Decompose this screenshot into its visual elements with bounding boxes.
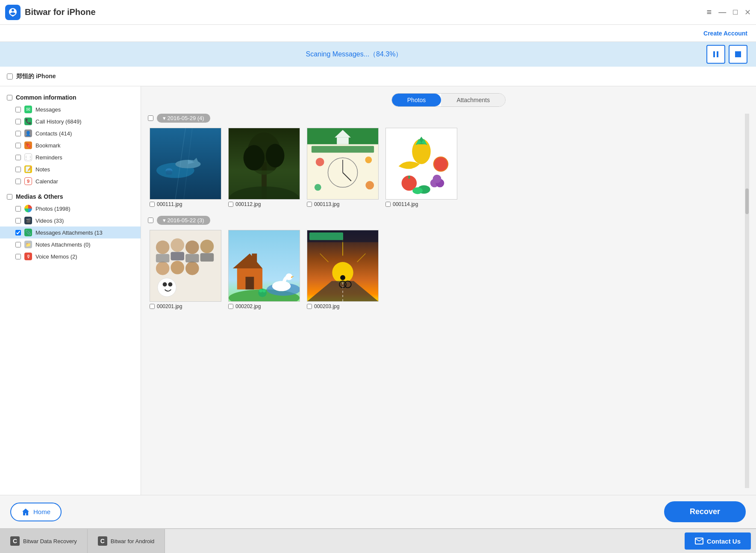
messages-label: Messages <box>35 106 61 113</box>
photo-2-filename: 000112.jpg <box>235 201 261 207</box>
photo-area-wrapper: ▾ 2016-05-29 (4) <box>148 114 749 488</box>
sidebar-item-notes[interactable]: 📝 Notes <box>0 163 141 175</box>
tab-photos[interactable]: Photos <box>392 94 441 106</box>
sidebar-item-calendar[interactable]: 9 Calendar <box>0 175 141 187</box>
voice-memos-label: Voice Memos (2) <box>35 253 77 260</box>
videos-label: Videos (33) <box>35 218 64 224</box>
videos-checkbox[interactable] <box>15 218 21 224</box>
svg-point-50 <box>156 262 170 275</box>
date-group-1: ▾ 2016-05-29 (4) <box>148 114 745 207</box>
sidebar-item-photos[interactable]: Photos (1998) <box>0 203 141 215</box>
photo-3-checkbox[interactable] <box>307 202 312 207</box>
menu-icon[interactable]: ≡ <box>706 7 712 17</box>
svg-rect-65 <box>252 253 257 264</box>
notes-checkbox[interactable] <box>15 167 21 172</box>
photo-item-6: 000202.jpg <box>228 230 300 309</box>
reminders-checkbox[interactable] <box>15 155 21 160</box>
footer-tab-data-recovery[interactable]: C Bitwar Data Recovery <box>0 529 88 553</box>
photos-checkbox[interactable] <box>15 206 21 212</box>
main-content: Common information ✉ Messages 📞 Call His… <box>0 86 756 495</box>
photo-7-filename: 000203.jpg <box>314 303 339 309</box>
sidebar-item-bookmark[interactable]: 🔖 Bookmark <box>0 139 141 151</box>
close-icon[interactable]: ✕ <box>744 8 751 17</box>
call-history-checkbox[interactable] <box>15 119 21 124</box>
sidebar-item-videos[interactable]: 🎬 Videos (33) <box>0 215 141 226</box>
svg-rect-64 <box>246 277 254 290</box>
date-group-2: ▾ 2016-05-22 (3) <box>148 216 745 309</box>
photo-thumb-6 <box>228 230 300 302</box>
photo-item-2: 000112.jpg <box>228 128 300 207</box>
date-group-1-checkbox[interactable] <box>148 115 153 121</box>
call-history-icon: 📞 <box>24 118 32 125</box>
bookmark-checkbox[interactable] <box>15 143 21 148</box>
photo-2-checkbox[interactable] <box>228 202 233 207</box>
photo-5-checkbox[interactable] <box>150 304 155 309</box>
call-history-label: Call History (6849) <box>35 118 82 125</box>
sidebar-item-notes-attachments[interactable]: 📁 Notes Attachments (0) <box>0 238 141 250</box>
photo-label-2: 000112.jpg <box>228 201 261 207</box>
svg-point-46 <box>156 241 170 254</box>
sidebar-section-common: Common information <box>0 91 141 103</box>
device-checkbox[interactable] <box>7 74 13 79</box>
footer-tab-android[interactable]: C Bitwar for Android <box>88 529 165 553</box>
date-group-2-checkbox[interactable] <box>148 218 153 223</box>
contact-us-button[interactable]: Contact Us <box>685 532 751 550</box>
photo-thumb-3 <box>307 128 379 200</box>
android-icon: C <box>98 536 107 546</box>
app-title: Bitwar for iPhone <box>25 7 706 17</box>
calendar-icon: 9 <box>24 177 32 185</box>
medias-section-checkbox[interactable] <box>7 194 12 200</box>
stop-button[interactable] <box>729 45 747 64</box>
recover-button[interactable]: Recover <box>664 501 746 522</box>
scroll-thumb[interactable] <box>745 188 749 214</box>
svg-rect-2 <box>735 51 741 57</box>
svg-point-80 <box>340 275 345 280</box>
photo-6-checkbox[interactable] <box>228 304 233 309</box>
photos-label: Photos (1998) <box>35 206 71 212</box>
create-account-link[interactable]: Create Account <box>703 30 747 37</box>
svg-point-27 <box>316 158 324 166</box>
common-section-label: Common information <box>16 94 76 101</box>
voice-memos-checkbox[interactable] <box>15 254 21 259</box>
photo-thumb-7 <box>307 230 379 302</box>
sidebar-item-voice-memos[interactable]: 🎙 Voice Memos (2) <box>0 250 141 262</box>
sidebar-item-contacts[interactable]: 👤 Contacts (414) <box>0 127 141 139</box>
pause-button[interactable] <box>706 45 725 64</box>
calendar-label: Calendar <box>35 178 58 185</box>
sidebar-item-messages[interactable]: ✉ Messages <box>0 103 141 115</box>
sidebar-item-call-history[interactable]: 📞 Call History (6849) <box>0 115 141 127</box>
svg-point-16 <box>266 144 284 168</box>
photo-label-5: 000201.jpg <box>150 303 182 309</box>
svg-rect-22 <box>337 138 349 144</box>
date-header-2: ▾ 2016-05-22 (3) <box>148 216 745 225</box>
photo-thumb-2 <box>228 128 300 200</box>
photos-icon <box>24 205 32 212</box>
sidebar-item-messages-attachments[interactable]: 📎 Messages Attachments (13 <box>0 226 141 238</box>
minimize-icon[interactable]: — <box>718 8 726 17</box>
title-bar: Bitwar for iPhone ≡ — □ ✕ <box>0 0 756 25</box>
svg-point-51 <box>171 261 184 274</box>
photo-scroll[interactable]: ▾ 2016-05-29 (4) <box>148 114 745 488</box>
svg-rect-39 <box>408 176 410 179</box>
home-button[interactable]: Home <box>10 503 62 521</box>
photo-thumb-4 <box>385 128 457 200</box>
photo-1-checkbox[interactable] <box>150 202 155 207</box>
photo-4-checkbox[interactable] <box>385 202 391 207</box>
notes-attachments-checkbox[interactable] <box>15 242 21 247</box>
sidebar-item-reminders[interactable]: ⋮⋮ Reminders <box>0 151 141 163</box>
calendar-checkbox[interactable] <box>15 179 21 184</box>
notes-label: Notes <box>35 166 50 173</box>
svg-point-57 <box>158 278 176 297</box>
messages-checkbox[interactable] <box>15 107 21 112</box>
contacts-icon: 👤 <box>24 129 32 137</box>
common-section-checkbox[interactable] <box>7 95 12 100</box>
tab-attachments[interactable]: Attachments <box>441 94 505 106</box>
messages-attachments-checkbox[interactable] <box>15 230 21 235</box>
home-button-label: Home <box>33 508 50 515</box>
photo-7-checkbox[interactable] <box>307 304 312 309</box>
header-bar: Create Account <box>0 25 756 42</box>
maximize-icon[interactable]: □ <box>733 8 738 17</box>
medias-section-label: Medias & Others <box>16 193 63 200</box>
contacts-checkbox[interactable] <box>15 131 21 136</box>
svg-point-72 <box>262 289 266 292</box>
